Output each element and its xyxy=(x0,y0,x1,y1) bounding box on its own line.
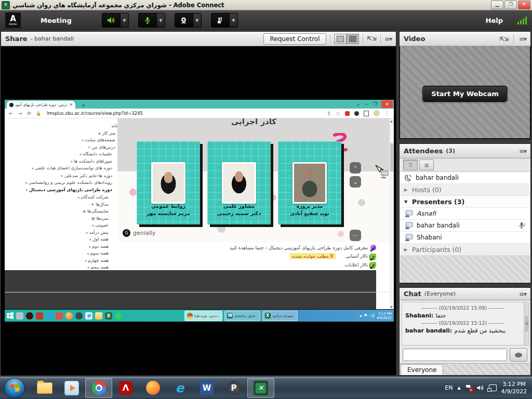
remote-app-icon[interactable] xyxy=(36,312,43,320)
close-button[interactable]: ✕ xyxy=(518,1,530,9)
sidebar-nav-item[interactable]: دوره های توانمندسازی اعضای هیات علمی◂ xyxy=(25,165,119,172)
volume-icon[interactable] xyxy=(476,384,484,391)
share-page-icon[interactable]: ⇪ xyxy=(327,111,331,116)
browser-minimize-button[interactable]: — xyxy=(364,101,369,107)
shared-clock[interactable]: 3:12 PM4/9/2022 xyxy=(377,312,392,320)
explorer-icon[interactable] xyxy=(95,312,102,320)
sidebar-nav-item[interactable]: درس‌های من▾ xyxy=(9,144,119,151)
tree-toggle-icon[interactable]: ◂ xyxy=(25,181,27,185)
sidebar-nav-item[interactable]: شایستگی‌ها◆ xyxy=(9,208,119,215)
tree-toggle-icon[interactable]: ◂ xyxy=(71,159,73,164)
share-fullscreen-icon[interactable]: ⇱⇲ xyxy=(367,35,376,42)
chat-tab-everyone[interactable]: Everyone xyxy=(401,364,443,375)
presenter-row[interactable]: Asnafi xyxy=(400,208,530,220)
webcam-dropdown[interactable]: ▼ xyxy=(193,13,202,28)
taskbar-firefox[interactable] xyxy=(139,378,166,398)
meeting-menu[interactable]: Meeting xyxy=(41,17,72,24)
slide-more-button[interactable]: ⋯ xyxy=(350,230,361,241)
language-indicator[interactable]: EN xyxy=(445,384,453,391)
chat-send-button[interactable] xyxy=(510,348,527,362)
sidebar-nav-item[interactable]: شرکت کنندگان◂ xyxy=(9,194,119,201)
tree-toggle-icon[interactable]: ◂ xyxy=(82,138,84,142)
sidebar-nav-item[interactable]: دوره ها-خانم دکتر صدعلی▾ xyxy=(9,172,119,180)
minimize-button[interactable]: ▁ xyxy=(491,1,503,9)
help-menu[interactable]: Help xyxy=(486,17,503,24)
excel-icon[interactable]: X xyxy=(105,312,112,320)
shared-task-button[interactable]: X ..شورای مرکزی xyxy=(262,311,298,321)
share-layout-toggle-1[interactable] xyxy=(334,34,347,44)
tree-toggle-icon[interactable]: ▦ xyxy=(91,217,95,221)
tree-toggle-icon[interactable]: ◂ xyxy=(89,237,91,242)
tree-toggle-icon[interactable]: ▾ xyxy=(88,145,90,150)
sidebar-nav-item[interactable]: شوراهای دانشکده ها◂ xyxy=(9,158,119,165)
tree-toggle-icon[interactable]: ▾ xyxy=(61,174,63,178)
sidebar-nav-item[interactable]: نمره‌ها▦ xyxy=(9,215,119,222)
start-webcam-button[interactable]: Start My Webcam xyxy=(422,86,507,102)
whatsapp-icon[interactable] xyxy=(115,312,122,320)
attendees-pod-menu-icon[interactable]: ≡▾ xyxy=(519,148,526,155)
chat-pod-menu-icon[interactable]: ≡▾ xyxy=(519,290,526,298)
hosts-group-row[interactable]: ▶Hosts (0) xyxy=(400,184,530,196)
sidebar-nav-item[interactable]: رویدادهای دانشکده علوم تربیتی و روانشناس… xyxy=(25,180,119,187)
taskbar-word[interactable]: W xyxy=(193,378,220,398)
microphone-dropdown[interactable]: ▼ xyxy=(157,13,165,28)
chat-scrollbar[interactable]: ☰ xyxy=(525,302,529,345)
activity-label[interactable]: تالار آشنایی xyxy=(345,254,368,259)
telegram-icon[interactable] xyxy=(46,312,53,320)
action-center-flag-icon[interactable] xyxy=(466,385,472,391)
request-control-button[interactable]: Request Control xyxy=(263,33,327,45)
tray-expand-icon[interactable]: ▲ xyxy=(457,385,460,390)
browser-tab[interactable]: درس: دوره طراحی بازیهای آموزشی ✕ xyxy=(7,101,75,109)
status-dropdown[interactable]: ▼ xyxy=(230,13,238,28)
forward-icon[interactable]: → xyxy=(18,111,22,116)
taskbar-acrobat[interactable]: Λ xyxy=(112,378,139,398)
scrollbar-thumb[interactable] xyxy=(390,143,393,171)
tab-close-icon[interactable]: ✕ xyxy=(69,102,73,107)
restore-button[interactable]: ❐ xyxy=(504,1,517,9)
sidebar-nav-item[interactable]: هفته اول◂ xyxy=(9,236,119,243)
staff-card[interactable]: مشاور علمیدکتر سمیه رحیمی xyxy=(207,141,271,224)
sidebar-nav-item[interactable]: صفحه‌های سایت◂ xyxy=(9,137,119,144)
share-layout-toggle-2[interactable] xyxy=(347,34,359,44)
course-activity[interactable]: ✓ تالار آشنایی 9 مطلب خوانده نشده xyxy=(5,253,376,259)
chat-input[interactable] xyxy=(403,349,507,361)
course-activity[interactable]: ✓ سوالات متداول xyxy=(5,270,376,309)
course-activity[interactable]: ✓ تالار اعلانات xyxy=(5,262,376,268)
video-pod-menu-icon[interactable]: ≡▾ xyxy=(519,35,526,42)
start-button[interactable] xyxy=(4,378,25,398)
taskbar-ie[interactable]: e xyxy=(166,378,193,398)
video-fullscreen-icon[interactable]: ⇱⇲ xyxy=(500,35,508,42)
staff-card[interactable]: روابط عمومیمریم شایسته مهر xyxy=(137,141,200,224)
new-tab-button[interactable]: ＋ xyxy=(81,101,86,109)
tree-toggle-icon[interactable]: ◂ xyxy=(91,223,94,228)
microphone-button[interactable]: ▼ xyxy=(138,13,165,28)
sidebar-nav-item[interactable]: پیش درآمد◂ xyxy=(9,229,119,236)
ie-icon[interactable]: e xyxy=(85,312,92,320)
course-activity[interactable]: ✓ معرفی کامل دوره طراحی بازیهای آموزشی د… xyxy=(5,245,376,250)
camera-app-icon[interactable] xyxy=(75,312,83,320)
attendee-card-view-button[interactable]: ▤ xyxy=(419,159,434,170)
browser-menu-icon[interactable]: ⋮ xyxy=(384,111,390,116)
tree-toggle-icon[interactable]: ◂ xyxy=(31,166,33,170)
speaker-button[interactable]: ▼ xyxy=(102,13,129,28)
slide-next-button[interactable]: ⌄ xyxy=(350,176,361,188)
profile-avatar[interactable] xyxy=(374,110,380,116)
sidebar-nav-item[interactable]: مدال‌ها♦ xyxy=(9,201,119,208)
tree-toggle-icon[interactable]: ◂ xyxy=(79,152,82,156)
bookmark-star-icon[interactable]: ☆ xyxy=(336,111,340,116)
browser-profile-chevron[interactable]: ⌄ xyxy=(356,101,360,107)
snip-icon[interactable] xyxy=(16,312,23,320)
taskbar-clock[interactable]: 3:12 PM4/9/2022 xyxy=(501,381,527,395)
taskbar-chrome[interactable] xyxy=(85,378,112,398)
extension-icon-dark[interactable] xyxy=(354,111,359,116)
sidebar-nav-item[interactable]: خانه xyxy=(9,123,119,130)
tree-toggle-icon[interactable]: ♦ xyxy=(91,203,94,207)
tree-toggle-icon[interactable]: ◂ xyxy=(86,231,88,235)
sidebar-nav-item[interactable]: جلسات دانشگاه◂ xyxy=(9,151,119,158)
tree-toggle-icon[interactable]: ▪ xyxy=(98,131,101,136)
taskbar-explorer[interactable] xyxy=(31,378,58,398)
sidebar-nav-item[interactable]: دوره طراحی بازیهای آموزشی دیجیتال▾ xyxy=(25,187,119,194)
participants-group-row[interactable]: ▶Participants (0) xyxy=(400,244,530,256)
tree-toggle-icon[interactable]: ◆ xyxy=(83,209,86,214)
chat-scrollbar-thumb[interactable]: ☰ xyxy=(525,316,528,331)
